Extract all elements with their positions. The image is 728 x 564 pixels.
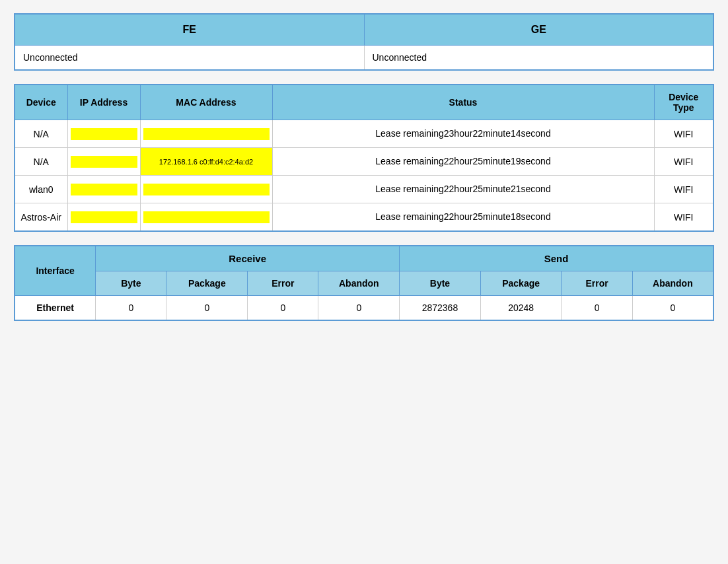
device-header: Device xyxy=(15,85,67,120)
send-byte-header: Byte xyxy=(400,271,481,296)
ip-cell-1 xyxy=(67,120,140,148)
send-package-header: Package xyxy=(480,271,562,296)
mac-cell-2: 172.168.1.6 c0:ff:d4:c2:4a:d2 xyxy=(140,148,272,176)
mac-cell-3 xyxy=(140,176,272,203)
status-cell-1: Lease remaining23hour22minute14second xyxy=(272,120,654,148)
receive-byte-header: Byte xyxy=(96,271,166,296)
status-cell-4: Lease remaining22hour25minute18second xyxy=(272,203,654,232)
status-header: Status xyxy=(272,85,654,120)
connection-table: FE GE Unconnected Unconnected xyxy=(14,13,714,71)
device-cell-1: N/A xyxy=(15,120,67,148)
ge-value: Unconnected xyxy=(364,46,713,71)
receive-abandon-val: 0 xyxy=(318,296,400,321)
ip-cell-4 xyxy=(67,203,140,232)
receive-abandon-header: Abandon xyxy=(318,271,400,296)
mac-cell-4 xyxy=(140,203,272,232)
mac-cell-1 xyxy=(140,120,272,148)
stats-row-ethernet: Ethernet 0 0 0 0 2872368 20248 0 0 xyxy=(15,296,713,321)
page-wrapper: FE GE Unconnected Unconnected Device IP … xyxy=(14,13,714,321)
send-package-val: 20248 xyxy=(480,296,562,321)
device-type-header: Device Type xyxy=(654,85,713,120)
status-cell-2: Lease remaining22hour25minute19second xyxy=(272,148,654,176)
fe-value: Unconnected xyxy=(15,46,364,71)
interface-header: Interface xyxy=(15,246,96,296)
connection-row: Unconnected Unconnected xyxy=(15,46,713,71)
mac-yellow-4 xyxy=(143,211,270,223)
device-cell-2: N/A xyxy=(15,148,67,176)
dhcp-row-4: Astros-Air Lease remaining22hour25minute… xyxy=(15,203,713,232)
ip-yellow-2 xyxy=(71,156,137,168)
type-cell-1: WIFI xyxy=(654,120,713,148)
device-cell-3: wlan0 xyxy=(15,176,67,203)
mac-yellow-3 xyxy=(143,184,270,195)
ge-header: GE xyxy=(364,14,713,46)
receive-error-val: 0 xyxy=(248,296,318,321)
ip-yellow-3 xyxy=(71,184,137,195)
dhcp-row-1: N/A Lease remaining23hour22minute14secon… xyxy=(15,120,713,148)
fe-header: FE xyxy=(15,14,364,46)
receive-header: Receive xyxy=(96,246,400,271)
status-cell-3: Lease remaining22hour25minute21second xyxy=(272,176,654,203)
type-cell-2: WIFI xyxy=(654,148,713,176)
device-cell-4: Astros-Air xyxy=(15,203,67,232)
stats-table: Interface Receive Send Byte Package Erro… xyxy=(14,245,714,321)
send-abandon-header: Abandon xyxy=(632,271,713,296)
type-cell-3: WIFI xyxy=(654,176,713,203)
ip-header: IP Address xyxy=(67,85,140,120)
dhcp-row-2: N/A 172.168.1.6 c0:ff:d4:c2:4a:d2 Lease … xyxy=(15,148,713,176)
ip-yellow-4 xyxy=(71,211,137,223)
send-error-val: 0 xyxy=(562,296,632,321)
type-cell-4: WIFI xyxy=(654,203,713,232)
send-error-header: Error xyxy=(562,271,632,296)
dhcp-row-3: wlan0 Lease remaining22hour25minute21sec… xyxy=(15,176,713,203)
mac-text-2: 172.168.1.6 c0:ff:d4:c2:4a:d2 xyxy=(159,158,253,166)
send-byte-val: 2872368 xyxy=(400,296,481,321)
ip-cell-2 xyxy=(67,148,140,176)
receive-package-val: 0 xyxy=(166,296,248,321)
send-header: Send xyxy=(400,246,713,271)
mac-yellow-1 xyxy=(143,128,270,140)
ip-cell-3 xyxy=(67,176,140,203)
receive-error-header: Error xyxy=(248,271,318,296)
send-abandon-val: 0 xyxy=(632,296,713,321)
receive-byte-val: 0 xyxy=(96,296,166,321)
mac-header: MAC Address xyxy=(140,85,272,120)
interface-name: Ethernet xyxy=(15,296,96,321)
dhcp-table: Device IP Address MAC Address Status Dev… xyxy=(14,84,714,232)
receive-package-header: Package xyxy=(166,271,248,296)
ip-yellow-1 xyxy=(71,128,137,140)
